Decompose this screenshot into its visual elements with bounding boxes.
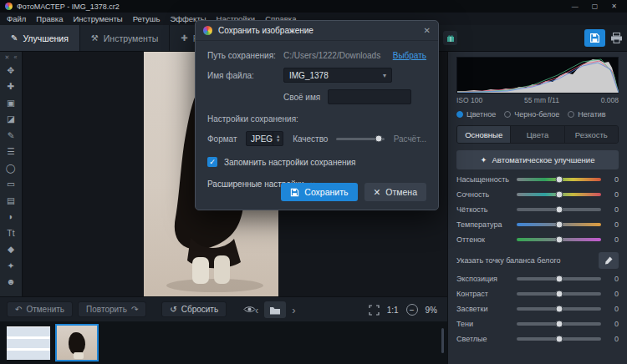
save-button[interactable]: Сохранить bbox=[281, 183, 357, 201]
slider-handle[interactable] bbox=[555, 221, 563, 229]
slider-handle[interactable] bbox=[555, 276, 563, 283]
dialog-close-icon[interactable]: ✕ bbox=[424, 26, 431, 35]
app-logo-icon bbox=[5, 3, 13, 10]
undo-button[interactable]: ↶ Отменить bbox=[7, 301, 73, 317]
tools-close-icon[interactable]: ✕ bbox=[5, 54, 10, 61]
slider-handle[interactable] bbox=[555, 236, 563, 244]
redo-button[interactable]: Повторить ↷ bbox=[78, 301, 146, 317]
clarity-slider[interactable] bbox=[517, 208, 601, 211]
move-tool[interactable]: ✥ bbox=[3, 62, 20, 78]
whites-slider-row: Светлые 0 bbox=[456, 334, 619, 344]
shadows-slider[interactable] bbox=[517, 322, 601, 326]
tools-collapse-icon[interactable]: « bbox=[13, 54, 17, 60]
fit-screen-button[interactable] bbox=[369, 305, 380, 316]
printer-icon bbox=[610, 33, 623, 43]
slider-handle[interactable] bbox=[555, 291, 563, 298]
print-button[interactable] bbox=[607, 29, 625, 47]
prev-photo-button[interactable]: ‹ bbox=[255, 304, 258, 316]
slider-handle[interactable] bbox=[555, 321, 563, 328]
slider-handle[interactable] bbox=[555, 306, 563, 313]
promo-gift-icon[interactable] bbox=[443, 31, 457, 45]
highlights-slider[interactable] bbox=[517, 307, 601, 311]
tools-panel: ✕ « ✥ ✚ ▣ ◪ ✎ ☰ ◯ ▭ ▤ ◗ Tt ◆ ✦ ☻ bbox=[0, 52, 23, 296]
contrast-slider[interactable] bbox=[517, 292, 601, 296]
eraser-tool[interactable]: ◪ bbox=[3, 111, 20, 128]
format-label: Формат bbox=[207, 134, 246, 144]
menu-retouch[interactable]: Ретушь bbox=[133, 14, 161, 23]
reset-button[interactable]: ↺ Сбросить bbox=[161, 301, 227, 317]
clone-stamp-tool[interactable]: ▣ bbox=[3, 94, 20, 111]
calc-size-button[interactable]: Расчёт... bbox=[394, 134, 426, 144]
custom-name-input[interactable] bbox=[328, 89, 411, 104]
slider-handle[interactable] bbox=[555, 191, 563, 199]
maximize-button[interactable]: ▢ bbox=[592, 3, 599, 10]
next-photo-button[interactable]: › bbox=[292, 304, 295, 316]
crop-tool[interactable]: ▭ bbox=[3, 176, 20, 193]
saturation-value: 0 bbox=[609, 175, 619, 184]
effects-tool[interactable]: ✦ bbox=[3, 257, 20, 274]
show-original-button[interactable] bbox=[243, 305, 256, 314]
thumbnail-current-selected[interactable] bbox=[55, 324, 99, 361]
panel-tab-basic[interactable]: Основные bbox=[457, 126, 511, 143]
pencil-icon: ✎ bbox=[11, 33, 18, 43]
custom-name-row: Своё имя bbox=[283, 89, 426, 104]
color-mode-row: Цветное Черно-белое Негатив bbox=[456, 110, 619, 119]
white-balance-picker-button[interactable] bbox=[599, 252, 619, 269]
close-button[interactable]: ✕ bbox=[611, 3, 617, 10]
filmstrip-scrollbar[interactable] bbox=[441, 328, 444, 353]
tint-slider[interactable] bbox=[517, 238, 601, 241]
quality-slider[interactable] bbox=[336, 138, 384, 140]
whites-slider[interactable] bbox=[517, 337, 601, 341]
save-photo-button[interactable] bbox=[584, 29, 605, 47]
menu-edit[interactable]: Правка bbox=[36, 14, 63, 23]
menu-tools[interactable]: Инструменты bbox=[73, 14, 122, 23]
portrait-tool[interactable]: ☻ bbox=[3, 274, 20, 291]
save-path-label: Путь сохранения: bbox=[207, 51, 283, 60]
minimize-button[interactable]: — bbox=[572, 3, 579, 10]
tint-slider-row: Оттенок 0 bbox=[456, 235, 619, 245]
eyedropper-icon bbox=[604, 255, 614, 265]
slider-handle[interactable] bbox=[555, 176, 563, 184]
vibrance-slider[interactable] bbox=[517, 193, 601, 196]
tab-improvements[interactable]: ✎ Улучшения bbox=[0, 25, 80, 51]
browse-link[interactable]: Выбрать bbox=[393, 51, 426, 60]
stepper-arrows[interactable]: ▲ ▼ bbox=[273, 132, 283, 145]
exposure-slider[interactable] bbox=[517, 277, 601, 281]
saturation-slider[interactable] bbox=[517, 178, 601, 181]
adjustments-tool[interactable]: ☰ bbox=[3, 144, 20, 160]
filename-dropdown[interactable]: IMG_1378 ▾ bbox=[283, 68, 392, 83]
open-folder-button[interactable] bbox=[264, 301, 286, 318]
healing-tool[interactable]: ✚ bbox=[3, 78, 20, 95]
slider-handle[interactable] bbox=[555, 206, 563, 214]
slider-handle[interactable] bbox=[555, 336, 563, 343]
quality-slider-handle[interactable] bbox=[375, 135, 382, 143]
thumbnail-collage[interactable] bbox=[7, 326, 50, 360]
menu-file[interactable]: Файл bbox=[7, 14, 26, 23]
vignette-tool[interactable]: ◯ bbox=[3, 159, 20, 176]
cancel-button[interactable]: ✕ Отмена bbox=[364, 183, 427, 201]
format-stepper[interactable]: JPEG ▲ ▼ bbox=[246, 131, 283, 146]
zoom-ratio-button[interactable]: 1:1 bbox=[387, 306, 399, 315]
panel-tab-colors[interactable]: Цвета bbox=[511, 126, 564, 143]
panel-tab-sharpness[interactable]: Резкость bbox=[565, 126, 618, 143]
stepper-down-icon: ▼ bbox=[276, 139, 280, 143]
mode-color[interactable]: Цветное bbox=[456, 110, 496, 119]
zoom-out-button[interactable]: − bbox=[406, 304, 418, 316]
auto-enhance-button[interactable]: ✦ Автоматическое улучшение bbox=[456, 150, 619, 169]
contrast-value: 0 bbox=[609, 290, 619, 298]
window-title: ФотоМАСТЕР - IMG_1378.cr2 bbox=[17, 3, 120, 11]
tab-tools[interactable]: ⚒ Инструменты bbox=[80, 25, 170, 51]
iso-value: ISO 100 bbox=[456, 96, 482, 104]
histogram bbox=[456, 57, 619, 94]
mode-negative[interactable]: Негатив bbox=[568, 110, 605, 119]
temperature-slider[interactable] bbox=[517, 223, 601, 226]
gradient-filter-tool[interactable]: ▤ bbox=[3, 192, 20, 209]
text-tool[interactable]: Tt bbox=[3, 225, 20, 241]
mode-black-white[interactable]: Черно-белое bbox=[504, 110, 559, 119]
remember-checkbox-checked[interactable]: ✓ bbox=[207, 157, 217, 167]
save-path-row: Путь сохранения: C:/Users/1222/Downloads… bbox=[207, 51, 426, 60]
brush-tool[interactable]: ✎ bbox=[3, 127, 20, 144]
exposure-label: Экспозиция bbox=[456, 275, 517, 283]
radial-filter-tool[interactable]: ◗ bbox=[3, 209, 20, 225]
color-fill-tool[interactable]: ◆ bbox=[3, 241, 20, 258]
